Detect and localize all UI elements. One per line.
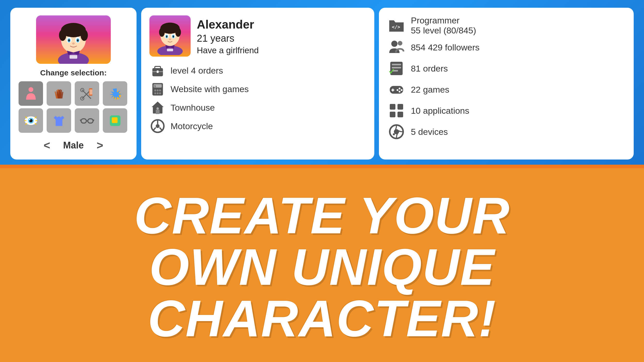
char-info: Alexander 21 years Have a girlfriend (197, 15, 259, 55)
svg-rect-94 (397, 112, 403, 117)
checklist-icon (387, 59, 406, 78)
card-character-selection: Change selection: (10, 8, 137, 160)
svg-point-52 (173, 36, 174, 38)
sel-accessories[interactable] (103, 81, 127, 106)
char-age: 21 years (197, 33, 259, 44)
svg-point-96 (394, 129, 399, 134)
separator (0, 165, 644, 168)
stat-website-text: Website with games (171, 84, 249, 94)
apps-icon (387, 101, 406, 120)
sel-shirt[interactable] (47, 108, 71, 133)
top-section: Change selection: (0, 0, 644, 165)
svg-line-30 (26, 117, 27, 118)
svg-point-89 (396, 89, 398, 91)
char-header: Alexander 21 years Have a girlfriend (149, 15, 366, 57)
calculator-icon: $ (149, 81, 166, 97)
svg-text:</>: </> (392, 24, 400, 30)
char-avatar-small (149, 15, 191, 57)
gamepad-icon (387, 80, 406, 99)
sel-skin[interactable] (47, 81, 71, 106)
svg-point-12 (72, 42, 75, 45)
stat-orders-text: level 4 orders (171, 66, 223, 76)
svg-point-61 (154, 90, 156, 91)
house-icon (149, 99, 166, 116)
card-character-info: Alexander 21 years Have a girlfriend lev… (141, 8, 374, 160)
stat-orders: level 4 orders (149, 62, 366, 79)
svg-rect-93 (390, 112, 395, 117)
svg-point-51 (166, 36, 167, 38)
svg-point-78 (391, 41, 397, 47)
svg-line-31 (35, 123, 36, 125)
briefcase-icon (149, 62, 166, 79)
sel-hair[interactable] (75, 81, 99, 106)
sel-eyes[interactable] (19, 108, 43, 133)
stat-vehicle-text: Motorcycle (171, 121, 213, 131)
svg-rect-82 (392, 67, 401, 68)
stat3-devices: 5 devices (387, 122, 625, 141)
char-name: Alexander (197, 17, 259, 31)
svg-point-73 (156, 124, 160, 128)
svg-text:$: $ (154, 85, 156, 88)
svg-point-97 (393, 133, 395, 135)
svg-point-66 (159, 92, 161, 94)
card-achievements: </> Programmer55 level (80/845) 854 429 … (379, 8, 634, 160)
svg-rect-13 (70, 55, 77, 59)
svg-point-10 (68, 39, 70, 41)
stat3-followers: 854 429 followers (387, 38, 625, 57)
svg-point-64 (154, 92, 156, 94)
svg-point-14 (28, 87, 33, 92)
sel-body[interactable] (19, 81, 43, 106)
svg-line-32 (26, 123, 27, 125)
svg-rect-71 (156, 110, 160, 114)
stat-house-text: Townhouse (171, 103, 215, 113)
stat3-apps: 10 applications (387, 101, 625, 120)
svg-rect-58 (157, 70, 158, 73)
gender-label: Male (63, 140, 84, 151)
followers-icon (387, 38, 406, 57)
stat3-orders-text: 81 orders (411, 64, 448, 74)
svg-line-33 (35, 117, 36, 118)
svg-point-45 (159, 28, 165, 37)
svg-point-4 (59, 30, 66, 41)
selection-grid (19, 81, 128, 133)
stat3-profession-text: Programmer55 level (80/845) (411, 15, 476, 36)
svg-point-53 (169, 39, 171, 40)
svg-rect-35 (88, 119, 93, 123)
stat3-profession: </> Programmer55 level (80/845) (387, 15, 625, 36)
svg-point-90 (399, 91, 400, 93)
stat3-devices-text: 5 devices (411, 127, 448, 137)
svg-rect-92 (397, 104, 403, 110)
sel-glasses[interactable] (75, 108, 99, 133)
stat-vehicle: Motorcycle (149, 118, 366, 134)
svg-point-87 (399, 88, 400, 90)
svg-rect-56 (155, 66, 160, 69)
devices-icon (387, 122, 406, 141)
svg-point-70 (156, 107, 159, 110)
svg-rect-40 (112, 117, 117, 123)
svg-rect-81 (392, 64, 401, 65)
svg-point-79 (398, 41, 402, 46)
svg-point-46 (175, 28, 181, 37)
svg-point-62 (157, 90, 158, 91)
sel-color[interactable] (103, 108, 127, 133)
svg-point-63 (159, 90, 161, 91)
bottom-banner: CREATE YOUR OWN UNIQUE CHARACTER! (0, 168, 644, 362)
svg-rect-91 (390, 104, 395, 110)
stat3-followers-text: 854 429 followers (411, 42, 480, 52)
svg-point-27 (29, 119, 30, 120)
svg-point-88 (401, 89, 402, 91)
stat3-apps-text: 10 applications (411, 106, 469, 116)
svg-point-5 (81, 30, 88, 41)
svg-marker-68 (152, 102, 164, 107)
banner-text-line1: CREATE YOUR OWN UNIQUE CHARACTER! (15, 190, 629, 344)
change-selection-label: Change selection: (40, 68, 107, 77)
svg-line-76 (159, 128, 162, 131)
svg-point-65 (157, 92, 158, 94)
stat3-games-text: 22 games (411, 85, 449, 95)
svg-point-11 (77, 39, 79, 41)
svg-line-75 (153, 128, 156, 131)
prev-gender-button[interactable]: < (41, 139, 53, 152)
svg-rect-54 (167, 49, 173, 51)
gender-nav: < Male > (41, 139, 106, 152)
next-gender-button[interactable]: > (94, 139, 106, 152)
